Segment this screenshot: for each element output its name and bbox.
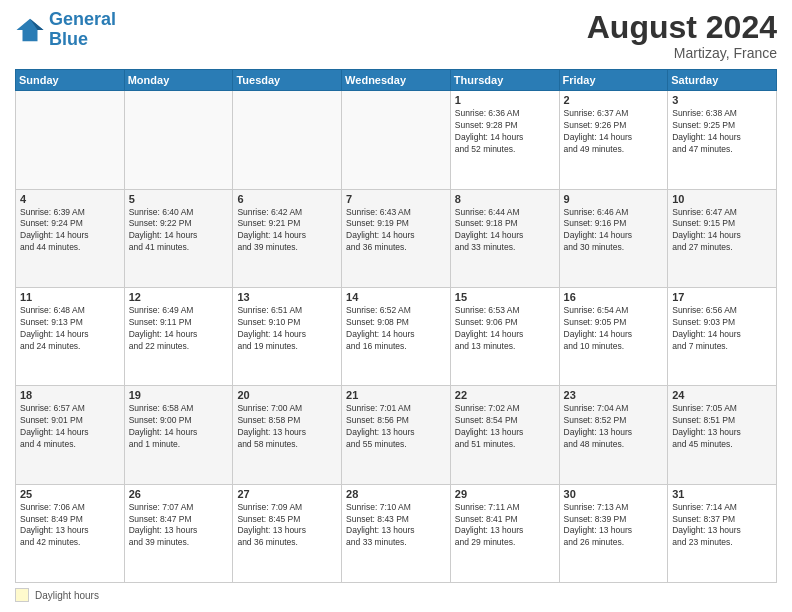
calendar-cell: 10Sunrise: 6:47 AM Sunset: 9:15 PM Dayli… (668, 189, 777, 287)
calendar-cell: 24Sunrise: 7:05 AM Sunset: 8:51 PM Dayli… (668, 386, 777, 484)
day-number: 29 (455, 488, 555, 500)
day-number: 23 (564, 389, 664, 401)
calendar-cell: 27Sunrise: 7:09 AM Sunset: 8:45 PM Dayli… (233, 484, 342, 582)
calendar-week-row: 4Sunrise: 6:39 AM Sunset: 9:24 PM Daylig… (16, 189, 777, 287)
calendar-cell: 14Sunrise: 6:52 AM Sunset: 9:08 PM Dayli… (342, 287, 451, 385)
subtitle: Martizay, France (587, 45, 777, 61)
calendar-day-header: Friday (559, 70, 668, 91)
calendar-cell: 16Sunrise: 6:54 AM Sunset: 9:05 PM Dayli… (559, 287, 668, 385)
calendar-cell: 17Sunrise: 6:56 AM Sunset: 9:03 PM Dayli… (668, 287, 777, 385)
day-number: 18 (20, 389, 120, 401)
day-info: Sunrise: 7:01 AM Sunset: 8:56 PM Dayligh… (346, 403, 446, 451)
calendar-cell (233, 91, 342, 189)
day-info: Sunrise: 6:47 AM Sunset: 9:15 PM Dayligh… (672, 207, 772, 255)
day-info: Sunrise: 6:36 AM Sunset: 9:28 PM Dayligh… (455, 108, 555, 156)
day-number: 6 (237, 193, 337, 205)
calendar-cell: 23Sunrise: 7:04 AM Sunset: 8:52 PM Dayli… (559, 386, 668, 484)
calendar-cell: 18Sunrise: 6:57 AM Sunset: 9:01 PM Dayli… (16, 386, 125, 484)
calendar-cell (342, 91, 451, 189)
day-info: Sunrise: 7:05 AM Sunset: 8:51 PM Dayligh… (672, 403, 772, 451)
day-info: Sunrise: 6:56 AM Sunset: 9:03 PM Dayligh… (672, 305, 772, 353)
calendar-cell: 26Sunrise: 7:07 AM Sunset: 8:47 PM Dayli… (124, 484, 233, 582)
calendar-day-header: Tuesday (233, 70, 342, 91)
day-number: 20 (237, 389, 337, 401)
day-info: Sunrise: 6:42 AM Sunset: 9:21 PM Dayligh… (237, 207, 337, 255)
header: General Blue August 2024 Martizay, Franc… (15, 10, 777, 61)
calendar-cell: 11Sunrise: 6:48 AM Sunset: 9:13 PM Dayli… (16, 287, 125, 385)
calendar-cell (124, 91, 233, 189)
day-number: 30 (564, 488, 664, 500)
day-number: 14 (346, 291, 446, 303)
day-info: Sunrise: 7:14 AM Sunset: 8:37 PM Dayligh… (672, 502, 772, 550)
logo: General Blue (15, 10, 116, 50)
calendar-cell: 1Sunrise: 6:36 AM Sunset: 9:28 PM Daylig… (450, 91, 559, 189)
day-info: Sunrise: 7:00 AM Sunset: 8:58 PM Dayligh… (237, 403, 337, 451)
day-info: Sunrise: 7:09 AM Sunset: 8:45 PM Dayligh… (237, 502, 337, 550)
page: General Blue August 2024 Martizay, Franc… (0, 0, 792, 612)
calendar-day-header: Wednesday (342, 70, 451, 91)
day-info: Sunrise: 7:07 AM Sunset: 8:47 PM Dayligh… (129, 502, 229, 550)
day-number: 9 (564, 193, 664, 205)
day-info: Sunrise: 6:46 AM Sunset: 9:16 PM Dayligh… (564, 207, 664, 255)
day-info: Sunrise: 6:38 AM Sunset: 9:25 PM Dayligh… (672, 108, 772, 156)
main-title: August 2024 (587, 10, 777, 45)
calendar-week-row: 11Sunrise: 6:48 AM Sunset: 9:13 PM Dayli… (16, 287, 777, 385)
calendar-day-header: Saturday (668, 70, 777, 91)
day-info: Sunrise: 7:06 AM Sunset: 8:49 PM Dayligh… (20, 502, 120, 550)
day-number: 5 (129, 193, 229, 205)
day-number: 15 (455, 291, 555, 303)
day-info: Sunrise: 7:04 AM Sunset: 8:52 PM Dayligh… (564, 403, 664, 451)
day-number: 19 (129, 389, 229, 401)
day-number: 22 (455, 389, 555, 401)
calendar-day-header: Monday (124, 70, 233, 91)
day-number: 25 (20, 488, 120, 500)
day-number: 28 (346, 488, 446, 500)
calendar-cell: 21Sunrise: 7:01 AM Sunset: 8:56 PM Dayli… (342, 386, 451, 484)
logo-line1: General (49, 9, 116, 29)
day-info: Sunrise: 6:58 AM Sunset: 9:00 PM Dayligh… (129, 403, 229, 451)
calendar-cell: 6Sunrise: 6:42 AM Sunset: 9:21 PM Daylig… (233, 189, 342, 287)
calendar-week-row: 18Sunrise: 6:57 AM Sunset: 9:01 PM Dayli… (16, 386, 777, 484)
day-number: 21 (346, 389, 446, 401)
day-info: Sunrise: 7:13 AM Sunset: 8:39 PM Dayligh… (564, 502, 664, 550)
legend-label: Daylight hours (35, 590, 99, 601)
day-number: 11 (20, 291, 120, 303)
day-info: Sunrise: 6:44 AM Sunset: 9:18 PM Dayligh… (455, 207, 555, 255)
calendar-header-row: SundayMondayTuesdayWednesdayThursdayFrid… (16, 70, 777, 91)
day-info: Sunrise: 6:48 AM Sunset: 9:13 PM Dayligh… (20, 305, 120, 353)
calendar-cell: 13Sunrise: 6:51 AM Sunset: 9:10 PM Dayli… (233, 287, 342, 385)
day-number: 26 (129, 488, 229, 500)
day-number: 17 (672, 291, 772, 303)
calendar-cell: 9Sunrise: 6:46 AM Sunset: 9:16 PM Daylig… (559, 189, 668, 287)
day-info: Sunrise: 6:37 AM Sunset: 9:26 PM Dayligh… (564, 108, 664, 156)
logo-text: General Blue (49, 10, 116, 50)
calendar-cell: 22Sunrise: 7:02 AM Sunset: 8:54 PM Dayli… (450, 386, 559, 484)
day-info: Sunrise: 7:02 AM Sunset: 8:54 PM Dayligh… (455, 403, 555, 451)
day-info: Sunrise: 6:54 AM Sunset: 9:05 PM Dayligh… (564, 305, 664, 353)
calendar-table: SundayMondayTuesdayWednesdayThursdayFrid… (15, 69, 777, 583)
day-number: 3 (672, 94, 772, 106)
day-number: 24 (672, 389, 772, 401)
day-number: 13 (237, 291, 337, 303)
calendar-cell: 20Sunrise: 7:00 AM Sunset: 8:58 PM Dayli… (233, 386, 342, 484)
logo-line2: Blue (49, 29, 88, 49)
day-info: Sunrise: 7:11 AM Sunset: 8:41 PM Dayligh… (455, 502, 555, 550)
day-info: Sunrise: 6:43 AM Sunset: 9:19 PM Dayligh… (346, 207, 446, 255)
day-number: 7 (346, 193, 446, 205)
legend-color-box (15, 588, 29, 602)
day-info: Sunrise: 7:10 AM Sunset: 8:43 PM Dayligh… (346, 502, 446, 550)
day-info: Sunrise: 6:52 AM Sunset: 9:08 PM Dayligh… (346, 305, 446, 353)
day-number: 4 (20, 193, 120, 205)
calendar-cell (16, 91, 125, 189)
day-number: 31 (672, 488, 772, 500)
logo-icon (15, 15, 45, 45)
legend: Daylight hours (15, 588, 777, 602)
day-info: Sunrise: 6:49 AM Sunset: 9:11 PM Dayligh… (129, 305, 229, 353)
calendar-cell: 25Sunrise: 7:06 AM Sunset: 8:49 PM Dayli… (16, 484, 125, 582)
day-info: Sunrise: 6:39 AM Sunset: 9:24 PM Dayligh… (20, 207, 120, 255)
day-info: Sunrise: 6:51 AM Sunset: 9:10 PM Dayligh… (237, 305, 337, 353)
calendar-cell: 12Sunrise: 6:49 AM Sunset: 9:11 PM Dayli… (124, 287, 233, 385)
calendar-cell: 2Sunrise: 6:37 AM Sunset: 9:26 PM Daylig… (559, 91, 668, 189)
calendar-cell: 31Sunrise: 7:14 AM Sunset: 8:37 PM Dayli… (668, 484, 777, 582)
day-info: Sunrise: 6:57 AM Sunset: 9:01 PM Dayligh… (20, 403, 120, 451)
